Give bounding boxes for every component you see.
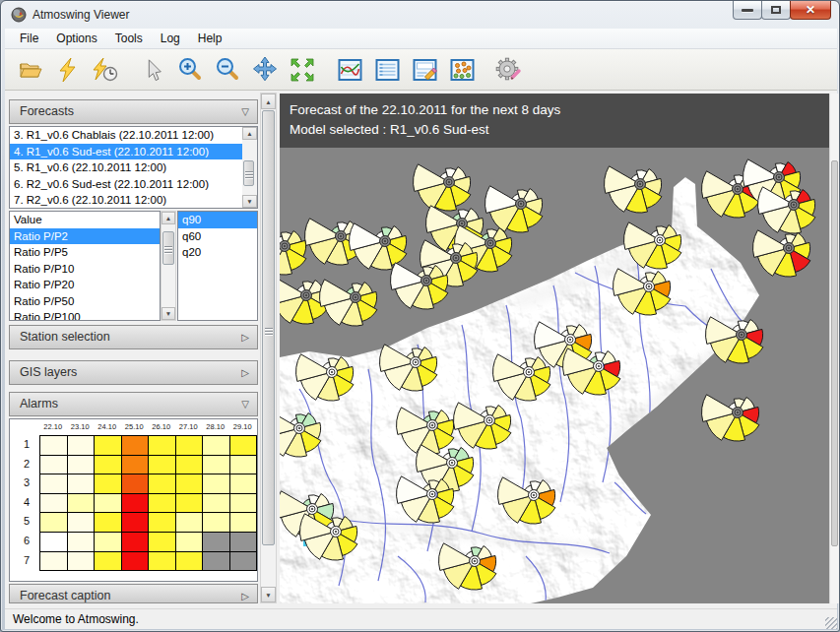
value-item[interactable]: Ratio P/P100	[10, 309, 160, 321]
scroll-thumb[interactable]	[162, 231, 174, 265]
run-previous-forecasts-button[interactable]	[88, 52, 123, 88]
station-glyph[interactable]	[753, 230, 810, 277]
forecast-item[interactable]: 3. R1_v0.6 Chablais (22.10.2011 12:00)	[10, 127, 242, 144]
alarm-cell	[40, 533, 68, 552]
grid-analogs-button[interactable]	[369, 52, 405, 88]
forecast-item[interactable]: 7. R2_v0.6 (22.10.2011 12:00)	[10, 192, 242, 209]
menu-log[interactable]: Log	[152, 30, 189, 47]
sidebar-scrollbar[interactable]: ▲ ▼	[260, 93, 277, 603]
alarm-date-label: 23.10	[67, 422, 95, 431]
alarm-cell	[203, 494, 230, 514]
quantile-item[interactable]: q20	[178, 244, 257, 261]
station-marker-dot	[415, 361, 417, 363]
map-viewport[interactable]: Forecast of the 22.10.2011 for the next …	[280, 94, 829, 603]
menu-tools[interactable]: Tools	[106, 30, 152, 47]
collapse-triangle-icon[interactable]: ▽	[241, 100, 249, 123]
station-glyph[interactable]	[485, 186, 543, 232]
value-item[interactable]: Ratio P/P5	[10, 244, 160, 261]
alarm-cell	[230, 513, 258, 533]
distributions-plot-button[interactable]	[332, 52, 367, 88]
alarm-cell	[176, 436, 204, 456]
alarm-cell	[230, 456, 258, 475]
zoom-out-button[interactable]	[210, 52, 245, 88]
scroll-up-icon[interactable]: ▲	[242, 127, 257, 140]
forecast-map[interactable]	[280, 94, 829, 603]
map-scrollbar[interactable]	[829, 94, 839, 603]
station-glyph[interactable]	[414, 164, 471, 211]
menu-file[interactable]: File	[11, 30, 47, 47]
preferences-button[interactable]	[491, 52, 527, 88]
quantile-list[interactable]: q90q60q20	[177, 211, 258, 321]
value-item[interactable]: Ratio P/P10	[10, 261, 160, 278]
forecast-list[interactable]: 3. R1_v0.6 Chablais (22.10.2011 12:00)4.…	[9, 126, 258, 209]
alarm-cell	[68, 436, 96, 456]
forecast-list-scrollbar[interactable]: ▲ ▼	[242, 127, 257, 208]
station-marker-dot	[788, 247, 790, 249]
open-folder-icon	[17, 57, 44, 83]
scroll-up-icon[interactable]: ▲	[162, 212, 175, 224]
scroll-down-icon[interactable]: ▼	[162, 307, 175, 320]
value-item[interactable]: Ratio P/P50	[10, 293, 160, 310]
collapse-triangle-icon[interactable]: ▽	[241, 393, 249, 415]
expand-triangle-icon[interactable]: ▷	[241, 585, 249, 603]
run-forecast-button[interactable]	[50, 52, 86, 88]
app-window: Atmoswing Viewer ✕ FileOptionsToolsLogHe…	[0, 0, 840, 632]
scroll-down-icon[interactable]: ▼	[242, 195, 257, 208]
value-item[interactable]: Value	[10, 212, 160, 228]
quantile-item[interactable]: q90	[178, 212, 257, 228]
menu-help[interactable]: Help	[189, 30, 231, 47]
analogs-dots-button[interactable]	[444, 52, 480, 88]
expand-triangle-icon[interactable]: ▷	[241, 361, 249, 384]
alarm-row-label: 3	[20, 474, 33, 493]
forecast-item[interactable]: 5. R1_v0.6 (22.10.2011 12:00)	[10, 159, 242, 176]
scroll-thumb[interactable]	[831, 160, 838, 546]
zoom-in-icon	[177, 57, 203, 83]
pan-arrows-icon	[251, 56, 279, 83]
value-item[interactable]: Ratio P/P2	[10, 228, 160, 245]
station-glyph[interactable]	[605, 166, 662, 213]
cursor-select-button[interactable]	[135, 52, 170, 88]
alarm-cell	[40, 456, 68, 475]
resize-grip[interactable]	[825, 617, 837, 629]
minimize-button[interactable]	[733, 1, 762, 20]
maximize-button[interactable]	[761, 1, 791, 20]
alarm-cell	[149, 474, 176, 494]
station-glyph[interactable]	[320, 280, 377, 326]
station-glyph[interactable]	[350, 223, 407, 270]
forecasts-title: Forecasts	[20, 104, 74, 118]
forecast-item[interactable]: 4. R1_v0.6 Sud-est (22.10.2011 12:00)	[10, 144, 242, 160]
station-marker-dot	[659, 239, 661, 241]
alarm-date-labels: 22.1023.1024.1025.1026.1027.1028.1029.10	[39, 422, 256, 431]
forecast-item[interactable]: 6. R2_v0.6 Sud-est (22.10.2011 12:00)	[10, 176, 242, 193]
station-glyph[interactable]	[391, 263, 448, 309]
value-list-scrollbar[interactable]: ▲ ▼	[161, 211, 176, 321]
fit-extent-button[interactable]	[285, 52, 320, 88]
quantile-item[interactable]: q60	[178, 228, 257, 245]
value-list[interactable]: ValueRatio P/P2Ratio P/P5Ratio P/P10Rati…	[9, 211, 161, 321]
pan-button[interactable]	[247, 52, 283, 88]
forecast-edit-button[interactable]	[407, 52, 442, 88]
close-button[interactable]: ✕	[790, 1, 831, 20]
value-item[interactable]: Ratio P/P20	[10, 277, 160, 293]
scroll-thumb[interactable]	[243, 160, 254, 186]
zoom-in-button[interactable]	[172, 52, 208, 88]
title-bar[interactable]: Atmoswing Viewer ✕	[1, 1, 840, 29]
panel-header-gis-layers[interactable]: GIS layers ▷	[9, 360, 258, 385]
scroll-up-icon[interactable]: ▲	[261, 94, 276, 109]
scroll-thumb[interactable]	[262, 110, 275, 545]
gear-pencil-icon	[494, 56, 524, 84]
station-glyph[interactable]	[702, 395, 759, 441]
scatter-dots-icon	[449, 57, 476, 83]
station-glyph[interactable]	[280, 228, 306, 275]
panel-header-station-selection[interactable]: Station selection ▷	[9, 325, 258, 349]
close-icon: ✕	[806, 3, 815, 17]
scroll-down-icon[interactable]: ▼	[261, 587, 276, 602]
panel-header-forecasts[interactable]: Forecasts ▽	[9, 99, 258, 124]
panel-header-forecast-caption[interactable]: Forecast caption ▷	[9, 584, 258, 603]
status-text: Welcome to Atmoswing.	[13, 612, 139, 626]
open-forecast-button[interactable]	[13, 52, 48, 88]
menu-options[interactable]: Options	[47, 30, 105, 47]
expand-triangle-icon[interactable]: ▷	[241, 326, 249, 348]
panel-header-alarms[interactable]: Alarms ▽	[9, 392, 258, 416]
station-marker-dot	[639, 183, 641, 185]
